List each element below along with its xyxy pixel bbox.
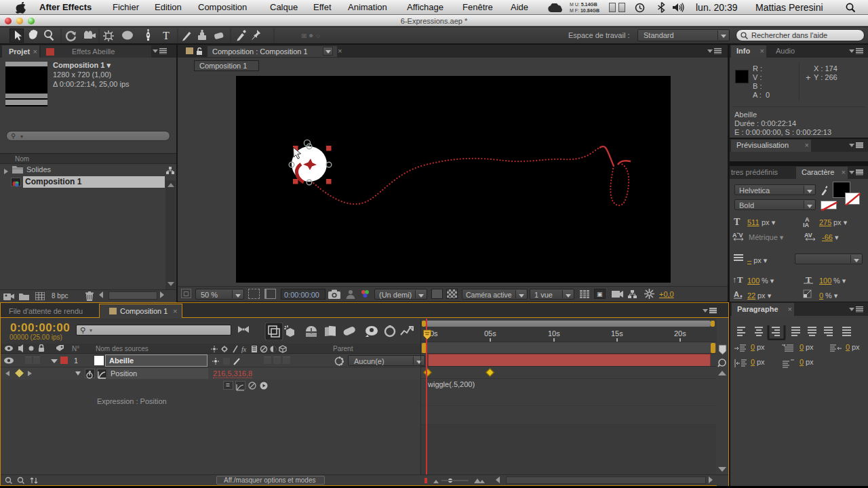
svg-text:T: T bbox=[734, 217, 741, 227]
svg-text:↑: ↑ bbox=[732, 275, 736, 285]
svg-text:T: T bbox=[737, 274, 743, 285]
svg-text:AˇV: AˇV bbox=[732, 232, 743, 239]
svg-text:AV: AV bbox=[804, 232, 812, 239]
svg-text:fx: fx bbox=[241, 346, 247, 353]
svg-text:A: A bbox=[734, 290, 739, 298]
svg-text:IA: IA bbox=[803, 222, 810, 228]
svg-text:T: T bbox=[163, 30, 170, 41]
